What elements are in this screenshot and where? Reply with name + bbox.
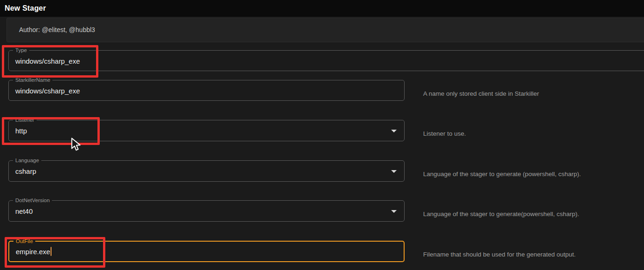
- dotnetversion-select-field[interactable]: DotNetVersion net40: [8, 200, 405, 222]
- page-title: New Stager: [5, 4, 46, 13]
- listener-select-field[interactable]: Listener http: [8, 120, 405, 141]
- outfile-input-field[interactable]: OutFile empire.exe: [8, 241, 405, 262]
- text-caret: [51, 247, 52, 256]
- author-text: Author: @elitest, @hubbl3: [19, 18, 95, 42]
- listener-description: Listener to use.: [423, 130, 466, 138]
- chevron-down-icon[interactable]: [391, 210, 397, 213]
- dotnetversion-field-value: net40: [15, 207, 33, 215]
- type-field-value: windows/csharp_exe: [15, 57, 80, 65]
- language-description: Language of the stager to generate (powe…: [423, 170, 581, 178]
- language-field-value: csharp: [15, 167, 36, 175]
- listener-field-label: Listener: [13, 117, 37, 124]
- outfile-description: Filename that should be used for the gen…: [423, 250, 576, 259]
- starkillername-field-value: windows/csharp_exe: [15, 86, 80, 94]
- mouse-cursor: [71, 138, 81, 151]
- starkillername-description: A name only stored client side in Starki…: [423, 90, 539, 98]
- language-field-label: Language: [13, 157, 41, 164]
- starkillername-input-field[interactable]: StarkillerName windows/csharp_exe: [8, 80, 405, 101]
- language-select-field[interactable]: Language csharp: [8, 160, 405, 182]
- chevron-down-icon[interactable]: [391, 170, 397, 173]
- outfile-field-label: OutFile: [13, 238, 35, 245]
- outfile-field-value: empire.exe: [16, 248, 50, 256]
- dotnetversion-field-label: DotNetVersion: [13, 197, 52, 204]
- header-bar: New Stager: [0, 0, 644, 17]
- type-select-field[interactable]: Type windows/csharp_exe: [8, 50, 644, 71]
- listener-field-value: http: [15, 127, 27, 135]
- type-field-label: Type: [13, 47, 29, 54]
- author-panel: Author: @elitest, @hubbl3: [6, 18, 644, 42]
- chevron-down-icon[interactable]: [391, 130, 397, 132]
- dotnetversion-description: Language of the stager to generate(power…: [423, 210, 579, 218]
- starkillername-field-label: StarkillerName: [13, 77, 52, 84]
